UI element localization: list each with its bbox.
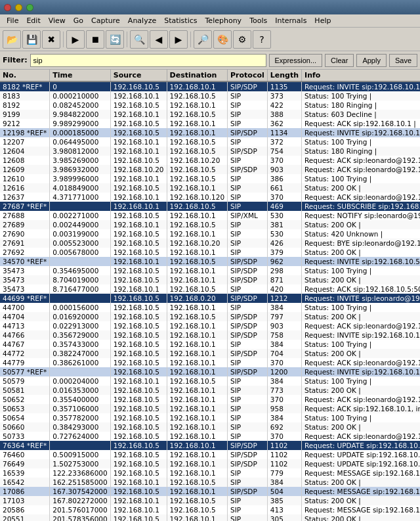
table-row[interactable]: 447040.016920000192.168.10.5192.168.10.5… <box>0 312 420 321</box>
menu-item-analyze[interactable]: Analyze <box>124 15 160 26</box>
menu-item-internals[interactable]: Internals <box>271 15 310 26</box>
table-row[interactable]: 507330.727624000192.168.10.5192.168.10.1… <box>0 432 420 441</box>
table-row[interactable]: 276900.003199000192.168.10.5192.168.10.1… <box>0 229 420 238</box>
table-row[interactable]: 81830.000210000192.168.10.1192.168.10.5S… <box>0 91 420 101</box>
table-row[interactable]: 447660.356729000192.168.10.5192.168.10.1… <box>0 330 420 340</box>
table-row[interactable]: 27687 *REF*192.168.10.1192.168.10.5SIP46… <box>0 202 420 211</box>
table-row[interactable]: 91999.984822000192.168.10.1192.168.10.5S… <box>0 110 420 119</box>
table-row[interactable]: 764600.500915000192.168.10.5192.168.10.1… <box>0 450 420 459</box>
menu-item-statistics[interactable]: Statistics <box>160 15 201 26</box>
toolbar-close[interactable]: ✖ <box>42 30 60 49</box>
toolbar-stop[interactable]: ⏹ <box>86 30 104 49</box>
table-row[interactable]: 447790.386261000192.168.10.5192.168.10.1… <box>0 358 420 367</box>
table-row[interactable]: 276890.002449000192.168.10.1192.168.10.5… <box>0 220 420 229</box>
toolbar-open[interactable]: 📂 <box>3 30 21 49</box>
clear-button[interactable]: Clear <box>325 54 354 67</box>
col-header-info[interactable]: Info <box>302 70 420 81</box>
table-row[interactable]: 505810.016353000192.168.10.5192.168.10.1… <box>0 386 420 395</box>
table-row[interactable]: 354730.354695000192.168.10.5192.168.10.1… <box>0 266 420 275</box>
save-button[interactable]: Save <box>389 54 417 67</box>
table-row[interactable]: 447670.357433000192.168.10.5192.168.10.1… <box>0 340 420 349</box>
table-row[interactable]: 276880.002271000192.168.10.5192.168.10.1… <box>0 211 420 220</box>
table-row[interactable]: 276910.005523000192.168.10.5192.168.10.2… <box>0 238 420 248</box>
table-row[interactable]: 354738.716477000192.168.10.1192.168.10.5… <box>0 284 420 294</box>
col-header-time[interactable]: Time <box>50 70 111 81</box>
col-header-protocol[interactable]: Protocol <box>228 70 268 81</box>
col-header-length[interactable]: Length <box>267 70 301 81</box>
table-row[interactable]: 44699 *REF*192.168.10.5192.168.0.20SIP/S… <box>0 294 420 303</box>
menu-item-view[interactable]: View <box>45 15 70 26</box>
table-row[interactable]: 17086167.307542000192.168.10.5192.168.10… <box>0 487 420 496</box>
table-row[interactable]: 276920.005678000192.168.10.5192.168.10.1… <box>0 248 420 257</box>
maximize-button[interactable] <box>26 4 33 11</box>
packet-cell: 530 <box>267 229 301 238</box>
table-row[interactable]: 20551201.578356000192.168.10.5192.168.10… <box>0 514 420 521</box>
table-row[interactable]: 126164.018849000192.168.10.5192.168.10.1… <box>0 183 420 193</box>
close-button[interactable] <box>4 4 11 11</box>
table-row[interactable]: 766491.502753000192.168.10.5192.168.10.1… <box>0 459 420 468</box>
table-row[interactable]: 34570 *REF*192.168.10.1192.168.10.5SIP/S… <box>0 257 420 266</box>
table-row[interactable]: 8182 *REF*0192.168.10.5192.168.10.1SIP/S… <box>0 81 420 91</box>
toolbar-zoom[interactable]: 🔎 <box>194 30 212 49</box>
table-row[interactable]: 126103.989996000192.168.10.1192.168.10.5… <box>0 174 420 183</box>
toolbar-restart[interactable]: ▶ <box>66 30 85 49</box>
table-row[interactable]: 17103167.802272000192.168.10.1192.168.10… <box>0 496 420 505</box>
menu-item-file[interactable]: File <box>3 15 22 26</box>
apply-button[interactable]: Apply <box>356 54 387 67</box>
menu-item-telephony[interactable]: Telephony <box>201 15 246 26</box>
toolbar-prefs[interactable]: ⚙ <box>233 30 251 49</box>
table-row[interactable]: 447720.382247000192.168.10.5192.168.10.1… <box>0 349 420 358</box>
col-header-destination[interactable]: Destination <box>167 70 228 81</box>
packet-cell: 779 <box>267 468 301 478</box>
table-row[interactable]: 506540.357782000192.168.10.5192.168.10.1… <box>0 413 420 422</box>
table-row[interactable]: 50577 *REF*192.168.10.5192.168.10.1SIP/S… <box>0 367 420 376</box>
table-row[interactable]: 12198 *REF*0.000185000192.168.10.5192.16… <box>0 128 420 137</box>
toolbar-back[interactable]: ◀ <box>150 30 168 49</box>
packet-cell: 3.985269000 <box>50 156 111 165</box>
table-row[interactable]: 81920.082452000192.168.10.5192.168.10.1S… <box>0 101 420 110</box>
toolbar-help[interactable]: ? <box>253 30 271 49</box>
toolbar-filter[interactable]: 🔍 <box>130 30 148 49</box>
table-row[interactable]: 126374.371771000192.168.10.1192.168.10.1… <box>0 193 420 202</box>
table-row[interactable]: 126043.980812000192.168.10.1192.168.10.5… <box>0 147 420 156</box>
table-row[interactable]: 16542162.251585000192.168.10.1192.168.10… <box>0 478 420 487</box>
col-header-source[interactable]: Source <box>110 70 167 81</box>
table-row[interactable]: 126093.986932000192.168.10.20192.168.10.… <box>0 165 420 174</box>
table-row[interactable]: 354738.704019000192.168.10.5192.168.10.1… <box>0 275 420 284</box>
packet-table-scroll[interactable]: No.TimeSourceDestinationProtocolLengthIn… <box>0 70 420 521</box>
table-row[interactable]: 447000.000156000192.168.10.5192.168.10.1… <box>0 303 420 312</box>
table-row[interactable]: 447130.022913000192.168.10.5192.168.10.1… <box>0 321 420 330</box>
table-row[interactable]: 76364 *REF*192.168.10.5192.168.10.1SIP/S… <box>0 441 420 450</box>
table-row[interactable]: 20586201.576017000192.168.10.1192.168.10… <box>0 505 420 514</box>
packet-cell: 192.168.10.5 <box>110 119 167 128</box>
packet-cell: 530 <box>267 211 301 220</box>
menu-item-help[interactable]: Help <box>310 15 335 26</box>
menu-item-capture[interactable]: Capture <box>87 15 124 26</box>
packet-cell: 192.168.0.20 <box>167 294 228 303</box>
table-row[interactable]: 506600.384293000192.168.10.5192.168.10.1… <box>0 422 420 432</box>
toolbar-save[interactable]: 💾 <box>22 30 41 49</box>
expression-button[interactable]: Expression... <box>269 54 323 67</box>
toolbar-reload[interactable]: 🔄 <box>106 30 124 49</box>
toolbar-colorize[interactable]: 🎨 <box>213 30 232 49</box>
packet-cell: SIP <box>228 386 268 395</box>
toolbar-forward[interactable]: ▶ <box>169 30 188 49</box>
menu-item-tools[interactable]: Tools <box>245 15 271 26</box>
minimize-button[interactable] <box>15 4 22 11</box>
packet-info: Status: 200 OK | <box>302 220 420 229</box>
table-row[interactable]: 506530.357106000192.168.10.5192.168.10.1… <box>0 404 420 413</box>
packet-cell: 192.168.10.1 <box>110 91 167 101</box>
col-header-no[interactable]: No. <box>0 70 50 81</box>
packet-cell: SIP/XML <box>228 211 268 220</box>
table-row[interactable]: 122070.064495000192.168.10.1192.168.10.5… <box>0 137 420 147</box>
table-row[interactable]: 92129.989299000192.168.10.5192.168.10.1S… <box>0 119 420 128</box>
menu-item-edit[interactable]: Edit <box>22 15 44 26</box>
packet-info: Request: SUBSCRIBE sip:192.168.10.5:5060… <box>302 202 420 211</box>
packet-info: Status: 200 OK | <box>302 478 420 487</box>
filter-input[interactable] <box>30 54 266 67</box>
table-row[interactable]: 16539122.233686000192.168.10.5192.168.10… <box>0 468 420 478</box>
menu-item-go[interactable]: Go <box>70 15 87 26</box>
table-row[interactable]: 505790.000204000192.168.10.1192.168.10.5… <box>0 376 420 386</box>
table-row[interactable]: 126083.985269000192.168.10.5192.168.10.2… <box>0 156 420 165</box>
table-row[interactable]: 506520.355400000192.168.10.5192.168.10.1… <box>0 395 420 404</box>
